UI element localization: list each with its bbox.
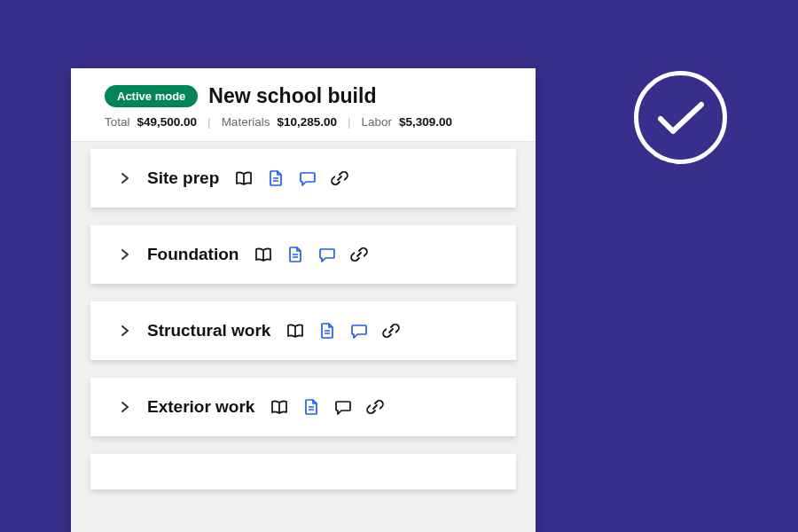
chevron-right-icon[interactable] <box>117 325 133 337</box>
phase-icons <box>235 169 348 187</box>
file-icon[interactable] <box>286 246 304 263</box>
separator: | <box>348 115 351 129</box>
phase-row[interactable]: Foundation <box>90 225 516 284</box>
phase-title: Structural work <box>147 321 270 340</box>
file-icon[interactable] <box>302 398 320 416</box>
active-mode-badge: Active mode <box>105 85 198 107</box>
chevron-right-icon[interactable] <box>117 401 133 413</box>
phase-row[interactable]: Structural work <box>90 301 516 360</box>
total-label: Total <box>105 115 130 129</box>
project-title: New school build <box>208 84 376 108</box>
phase-row[interactable]: Site prep <box>90 149 516 207</box>
book-icon[interactable] <box>286 322 304 340</box>
phase-row[interactable]: Exterior work <box>90 378 516 436</box>
phase-title: Foundation <box>147 245 239 264</box>
separator: | <box>207 115 211 129</box>
title-row: Active mode New school build <box>105 84 516 108</box>
chat-icon[interactable] <box>334 398 352 416</box>
book-icon[interactable] <box>235 169 253 187</box>
link-icon[interactable] <box>382 322 400 340</box>
phase-title: Site prep <box>147 168 219 188</box>
file-icon[interactable] <box>318 322 336 340</box>
book-icon[interactable] <box>254 246 272 263</box>
project-panel: Active mode New school build Total $49,5… <box>71 68 536 532</box>
phase-title: Exterior work <box>147 397 254 417</box>
labor-value: $5,309.00 <box>399 115 452 129</box>
phase-icons <box>254 246 368 263</box>
link-icon[interactable] <box>331 169 348 187</box>
book-icon[interactable] <box>270 398 288 416</box>
total-value: $49,500.00 <box>137 115 198 129</box>
chevron-right-icon[interactable] <box>117 172 133 184</box>
checkmark-circle-icon <box>634 71 727 164</box>
file-icon[interactable] <box>267 169 285 187</box>
phase-icons <box>286 322 400 340</box>
summary-row: Total $49,500.00 | Materials $10,285.00 … <box>105 115 516 129</box>
phase-icons <box>270 398 384 416</box>
labor-label: Labor <box>361 115 392 129</box>
link-icon[interactable] <box>366 398 384 416</box>
chat-icon[interactable] <box>350 322 368 340</box>
panel-header: Active mode New school build Total $49,5… <box>71 68 536 142</box>
chat-icon[interactable] <box>299 169 317 187</box>
link-icon[interactable] <box>350 246 368 263</box>
chat-icon[interactable] <box>318 246 336 263</box>
chevron-right-icon[interactable] <box>117 248 133 261</box>
phase-list: Site prep Foundation <box>71 142 536 509</box>
materials-value: $10,285.00 <box>277 115 337 129</box>
materials-label: Materials <box>222 115 270 129</box>
phase-row[interactable] <box>90 454 516 489</box>
